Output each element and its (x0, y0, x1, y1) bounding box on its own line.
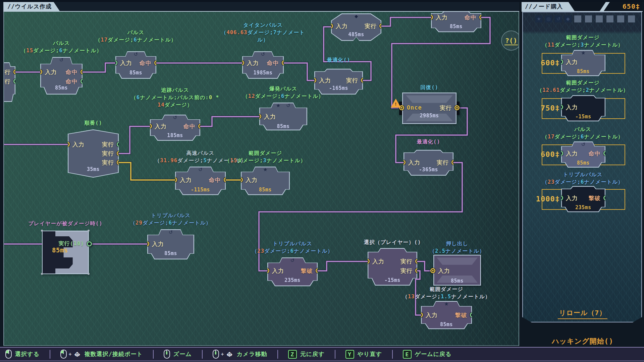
shop-panel: ★◎↺◆範囲ダメージ（11ダメージ;3ナノメートル）600‡★入力85ms範囲ダ… (522, 12, 642, 322)
wire (119, 126, 151, 154)
node-ms: 185ms (150, 132, 200, 138)
wire (119, 163, 176, 180)
node-select-player[interactable]: -15ms入力実行実行 (368, 248, 417, 286)
node-ms: 85ms (561, 68, 605, 74)
port-label: 入力 (408, 159, 420, 167)
shop-card-4[interactable]: トリプルパルス（23ダメージ;6ナノメートル）1000‡入力撃破235ms (523, 171, 643, 217)
port-label: Once (407, 104, 422, 111)
empty-slot-icon (574, 15, 581, 22)
port-label: 撃破 (301, 267, 313, 275)
port-label: 命中 (140, 59, 152, 67)
move-arrows-icon: ↔↕ (226, 350, 233, 358)
port-label: 撃破 (589, 194, 601, 202)
node-label-optimize-1: 最適化() (327, 56, 350, 64)
key-Z-icon: Z (288, 350, 297, 359)
node-push-out[interactable]: 85ms入力 (433, 255, 481, 286)
toolbar-item-2: ＋↔↕複数選択/接続ポート (60, 350, 143, 359)
node-ms: 2985ms (402, 113, 457, 119)
node-label-pulse-15: パルス（15ダメージ;6ナノメートル） (21, 40, 102, 54)
node-label-select-player: 選択（プレイヤー）() (364, 239, 421, 246)
target-icon[interactable]: ◎ (545, 15, 552, 22)
empty-slot-icon (585, 15, 592, 22)
shop-card-3[interactable]: パルス（17ダメージ;6ナノメートル）600‡↺入力命中85ms (523, 126, 643, 172)
wire (381, 17, 432, 26)
toolbar-item-1: 選択する (5, 350, 40, 359)
shop-titlebar-underline (522, 11, 643, 12)
port-label: 実行 (3, 68, 11, 76)
port-label: 実行 (102, 150, 114, 158)
port-label: 入力 (120, 59, 132, 67)
price-label: 1000‡ (531, 195, 560, 203)
shop-card-label: パルス（17ダメージ;6ナノメートル） (542, 126, 623, 140)
node-ms: 85ms (259, 123, 307, 129)
port-label: 実行(10) (58, 240, 84, 247)
mouse-icon (5, 350, 12, 359)
toolbar-separator (153, 350, 154, 359)
shop-node-2[interactable]: 入力-15ms (561, 95, 605, 121)
port-label: 入力 (566, 194, 578, 202)
empty-slot-icon (617, 15, 624, 22)
node-heal[interactable]: !2985msOnce実行 (402, 93, 457, 124)
port-input[interactable] (430, 268, 435, 273)
port-label: 命中 (209, 176, 221, 184)
pulse-icon: ↺ (581, 141, 586, 147)
node-ms: 85ms (561, 160, 605, 166)
port-dot (432, 270, 434, 272)
start-hacking-button[interactable]: ハッキング開始() (550, 337, 615, 348)
toolbar-item-7: Eゲームに戻る (403, 350, 452, 359)
node-pulse-topright[interactable]: 85ms入力命中 (431, 12, 481, 32)
canvas-title-tab: //ウイルス作成 (3, 2, 60, 11)
node-label-exec-stub: ） (3, 47, 7, 54)
plus-icon: ＋ (68, 351, 73, 357)
toolbar-item-4: ＋↔↕カメラ移動 (213, 350, 267, 359)
shop-title-tab: //ノード購入 (522, 2, 575, 11)
port-dot (456, 107, 458, 109)
wire (83, 63, 116, 72)
wire (381, 17, 432, 26)
port-output[interactable] (87, 241, 92, 246)
pulse-icon: ↺ (198, 167, 203, 173)
key-Y-icon: Y (345, 350, 354, 359)
node-label-aoe-13: 範囲ダメージ（13ダメージ;1.5ナノメートル） (402, 286, 491, 300)
empty-slot-icon (628, 15, 635, 22)
pulse-icon: ↺ (290, 257, 295, 263)
node-graph-canvas[interactable]: ?() ）実行実行パルス（15ダメージ;6ナノメートル）↺85ms入力命中命中パ… (3, 12, 519, 346)
port-label: 入力 (152, 240, 164, 248)
port-label: 実行 (440, 104, 452, 112)
port-label: 入力 (438, 267, 450, 275)
port-label: 命中 (589, 150, 601, 158)
help-button[interactable]: ?() (501, 31, 519, 51)
mouse-icon (164, 350, 170, 359)
node-ms: 85ms (431, 23, 481, 29)
empty-slot-icon (596, 15, 603, 22)
pulse-icon: ↺ (59, 57, 64, 63)
shop-card-label: 範囲ダメージ（12.61ダメージ;2ナノメートル） (537, 79, 629, 94)
price-label: 600‡ (531, 150, 560, 159)
mouse-icon (213, 350, 219, 359)
reroll-button[interactable]: リロール（7） (558, 308, 607, 319)
shop-card-1[interactable]: 範囲ダメージ（11ダメージ;3ナノメートル）600‡★入力85ms (523, 34, 643, 81)
node-sequence[interactable]: 35ms入力実行実行実行 (68, 129, 119, 178)
toolbar-label: やり直す (358, 350, 382, 358)
port-label: 入力 (180, 176, 192, 184)
node-label-triple-29: トリプルパルス（29ダメージ;6ナノメートル） (130, 212, 211, 227)
port-label: 入力 (566, 150, 578, 158)
shop-card-2[interactable]: 範囲ダメージ（12.61ダメージ;2ナノメートル）750‡入力-15ms (523, 79, 643, 126)
shop-node-4[interactable]: 入力撃破235ms (561, 186, 605, 212)
key-E-icon: E (403, 350, 412, 359)
pulse-icon: ↺ (261, 51, 265, 57)
node-on-player-damaged[interactable]: 85ms実行(10) (42, 231, 89, 274)
move-arrows-icon: ↔↕ (74, 350, 81, 358)
diamond-icon[interactable]: ◆ (565, 15, 572, 22)
port-label: 実行 (346, 77, 358, 84)
pulse-icon: ↺ (286, 103, 290, 109)
node-trigger-485[interactable]: ◆485ms入力実行 (331, 13, 381, 41)
wire (83, 63, 116, 72)
node-optimize-2[interactable]: -365ms入力実行 (404, 150, 453, 176)
port-label: 撃破 (455, 311, 467, 319)
burst-icon[interactable]: ★ (535, 15, 542, 22)
port-dot (401, 107, 402, 109)
port-output[interactable] (454, 105, 460, 110)
pulse-icon[interactable]: ↺ (555, 15, 562, 22)
port-label: 入力 (436, 14, 448, 21)
